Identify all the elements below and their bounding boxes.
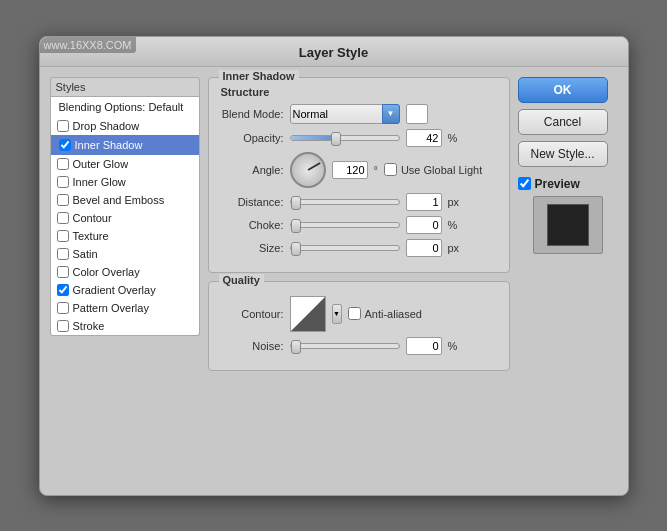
- sidebar-item-color-overlay[interactable]: Color Overlay: [51, 263, 199, 281]
- contour-label: Contour: [73, 212, 112, 224]
- dial-line-icon: [307, 162, 320, 171]
- stroke-label: Stroke: [73, 320, 105, 332]
- structure-title: Structure: [219, 86, 499, 98]
- distance-row: Distance: px: [219, 193, 499, 211]
- sidebar-item-blending[interactable]: Blending Options: Default: [51, 97, 199, 117]
- distance-slider-thumb[interactable]: [291, 196, 301, 210]
- choke-slider-thumb[interactable]: [291, 219, 301, 233]
- drop-shadow-checkbox[interactable]: [57, 120, 69, 132]
- blend-mode-label: Blend Mode:: [219, 108, 284, 120]
- inner-glow-label: Inner Glow: [73, 176, 126, 188]
- outer-glow-checkbox[interactable]: [57, 158, 69, 170]
- cancel-button[interactable]: Cancel: [518, 109, 608, 135]
- drop-shadow-label: Drop Shadow: [73, 120, 140, 132]
- size-slider-thumb[interactable]: [291, 242, 301, 256]
- choke-row: Choke: %: [219, 216, 499, 234]
- noise-unit: %: [448, 340, 458, 352]
- contour-checkbox[interactable]: [57, 212, 69, 224]
- blend-mode-select[interactable]: Normal Multiply Screen Overlay: [290, 104, 400, 124]
- choke-label: Choke:: [219, 219, 284, 231]
- sidebar-item-drop-shadow[interactable]: Drop Shadow: [51, 117, 199, 135]
- use-global-light-label: Use Global Light: [401, 164, 482, 176]
- opacity-unit: %: [448, 132, 458, 144]
- preview-text: Preview: [535, 177, 580, 191]
- texture-checkbox[interactable]: [57, 230, 69, 242]
- satin-checkbox[interactable]: [57, 248, 69, 260]
- styles-header: Styles: [50, 77, 200, 97]
- choke-slider[interactable]: [290, 222, 400, 228]
- sidebar-item-inner-glow[interactable]: Inner Glow: [51, 173, 199, 191]
- sidebar-item-contour[interactable]: Contour: [51, 209, 199, 227]
- right-panel: OK Cancel New Style... Preview: [518, 77, 618, 371]
- angle-unit: °: [374, 164, 378, 176]
- preview-checkbox[interactable]: [518, 177, 531, 190]
- sidebar-item-outer-glow[interactable]: Outer Glow: [51, 155, 199, 173]
- bevel-emboss-checkbox[interactable]: [57, 194, 69, 206]
- opacity-input[interactable]: [406, 129, 442, 147]
- inner-shadow-label: Inner Shadow: [75, 139, 143, 151]
- color-overlay-label: Color Overlay: [73, 266, 140, 278]
- contour-row: Contour: ▼ Anti-aliased: [219, 296, 499, 332]
- blend-mode-color[interactable]: [406, 104, 428, 124]
- layer-style-dialog: www.16XX8.COM Layer Style Styles Blendin…: [39, 36, 629, 496]
- noise-slider-thumb[interactable]: [291, 340, 301, 354]
- bevel-emboss-label: Bevel and Emboss: [73, 194, 165, 206]
- distance-label: Distance:: [219, 196, 284, 208]
- angle-label: Angle:: [219, 164, 284, 176]
- angle-input[interactable]: [332, 161, 368, 179]
- texture-label: Texture: [73, 230, 109, 242]
- ok-button[interactable]: OK: [518, 77, 608, 103]
- sidebar-item-stroke[interactable]: Stroke: [51, 317, 199, 335]
- angle-dial[interactable]: [290, 152, 326, 188]
- styles-list: Blending Options: Default Drop Shadow In…: [50, 97, 200, 336]
- pattern-overlay-checkbox[interactable]: [57, 302, 69, 314]
- noise-slider[interactable]: [290, 343, 400, 349]
- sidebar-item-inner-shadow[interactable]: Inner Shadow: [51, 135, 199, 155]
- angle-row: Angle: ° Use Global Light: [219, 152, 499, 188]
- sidebar-item-pattern-overlay[interactable]: Pattern Overlay: [51, 299, 199, 317]
- noise-label: Noise:: [219, 340, 284, 352]
- color-overlay-checkbox[interactable]: [57, 266, 69, 278]
- contour-arrow-icon[interactable]: ▼: [332, 304, 342, 324]
- sidebar-item-satin[interactable]: Satin: [51, 245, 199, 263]
- preview-box: [533, 196, 603, 254]
- choke-input[interactable]: [406, 216, 442, 234]
- preview-section: Preview: [518, 177, 618, 254]
- inner-glow-checkbox[interactable]: [57, 176, 69, 188]
- gradient-overlay-checkbox[interactable]: [57, 284, 69, 296]
- size-row: Size: px: [219, 239, 499, 257]
- distance-unit: px: [448, 196, 460, 208]
- anti-aliased-label: Anti-aliased: [365, 308, 422, 320]
- stroke-checkbox[interactable]: [57, 320, 69, 332]
- use-global-light-checkbox[interactable]: [384, 163, 397, 176]
- distance-input[interactable]: [406, 193, 442, 211]
- quality-title: Quality: [219, 274, 264, 286]
- distance-slider[interactable]: [290, 199, 400, 205]
- section-title: Inner Shadow: [219, 70, 299, 82]
- inner-shadow-section: Inner Shadow Structure Blend Mode: Norma…: [208, 77, 510, 273]
- inner-shadow-checkbox[interactable]: [59, 139, 71, 151]
- gradient-overlay-label: Gradient Overlay: [73, 284, 156, 296]
- noise-input[interactable]: [406, 337, 442, 355]
- size-unit: px: [448, 242, 460, 254]
- anti-aliased-row: Anti-aliased: [348, 307, 422, 320]
- choke-unit: %: [448, 219, 458, 231]
- sidebar-item-texture[interactable]: Texture: [51, 227, 199, 245]
- satin-label: Satin: [73, 248, 98, 260]
- sidebar-item-gradient-overlay[interactable]: Gradient Overlay: [51, 281, 199, 299]
- preview-label-row: Preview: [518, 177, 618, 191]
- contour-thumbnail[interactable]: [290, 296, 326, 332]
- size-slider[interactable]: [290, 245, 400, 251]
- quality-section: Quality Contour: ▼ Anti-aliased: [208, 281, 510, 371]
- watermark: www.16XX8.COM: [40, 37, 136, 53]
- noise-row: Noise: %: [219, 337, 499, 355]
- new-style-button[interactable]: New Style...: [518, 141, 608, 167]
- opacity-slider[interactable]: [290, 135, 400, 141]
- use-global-light-row: Use Global Light: [384, 163, 482, 176]
- opacity-slider-thumb[interactable]: [331, 132, 341, 146]
- outer-glow-label: Outer Glow: [73, 158, 129, 170]
- sidebar-item-bevel-emboss[interactable]: Bevel and Emboss: [51, 191, 199, 209]
- size-input[interactable]: [406, 239, 442, 257]
- left-panel: Styles Blending Options: Default Drop Sh…: [50, 77, 200, 371]
- anti-aliased-checkbox[interactable]: [348, 307, 361, 320]
